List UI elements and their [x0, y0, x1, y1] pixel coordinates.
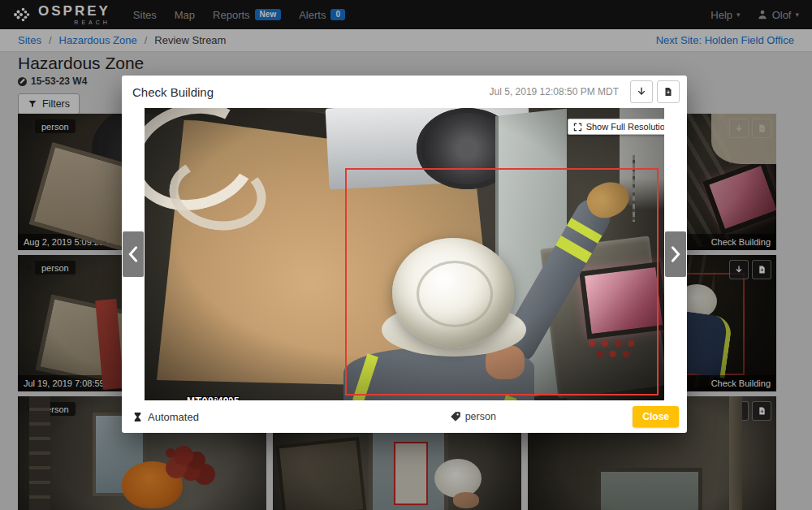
fullscreen-icon — [573, 123, 582, 132]
previous-event-button[interactable] — [123, 231, 144, 277]
file-download-icon — [663, 86, 673, 97]
modal-header: Check Building Jul 5, 2019 12:08:50 PM M… — [122, 76, 687, 108]
show-full-resolution-label: Show Full Resolution — [586, 122, 664, 132]
modal-footer: Automated person Close — [122, 400, 687, 433]
modal-photo-area: 2019/07/05 12:08:49 MT Show Full Resolut… — [122, 108, 687, 400]
show-full-resolution-button[interactable]: Show Full Resolution — [568, 119, 664, 135]
chevron-right-icon — [669, 245, 682, 263]
app-window: OSPREY REACH Sites Map Reports New Alert… — [0, 0, 812, 510]
download-image-button[interactable] — [630, 80, 653, 103]
next-event-button[interactable] — [665, 231, 686, 277]
download-icon — [636, 86, 647, 97]
modal-title: Check Building — [132, 85, 214, 99]
close-button[interactable]: Close — [633, 406, 679, 427]
download-report-button[interactable] — [657, 80, 680, 103]
event-timestamp: Jul 5, 2019 12:08:50 PM MDT — [490, 86, 619, 97]
event-tag-chip[interactable]: person — [450, 411, 496, 422]
tag-icon — [450, 411, 461, 422]
hourglass-icon — [132, 411, 143, 423]
detection-bounding-box — [345, 168, 659, 395]
event-tag-label: person — [465, 411, 496, 422]
review-mode-label: Automated — [148, 411, 199, 423]
chevron-left-icon — [127, 245, 140, 263]
event-detail-modal: Check Building Jul 5, 2019 12:08:50 PM M… — [122, 76, 687, 433]
event-photo: 2019/07/05 12:08:49 MT Show Full Resolut… — [145, 108, 664, 400]
